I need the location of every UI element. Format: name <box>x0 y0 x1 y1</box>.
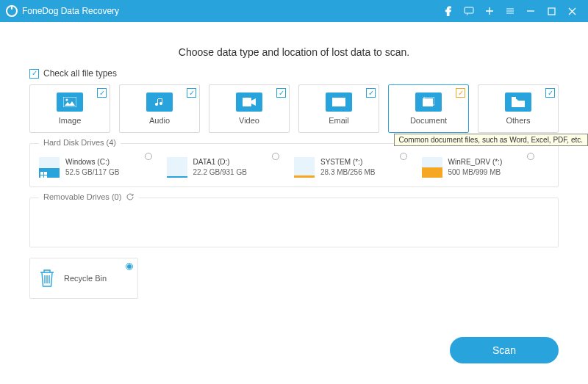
svg-rect-0 <box>465 7 473 13</box>
document-icon <box>415 93 442 112</box>
recycle-bin-icon <box>37 267 57 289</box>
drive-radio[interactable] <box>527 153 534 160</box>
type-card-video[interactable]: Video <box>209 84 290 133</box>
type-label-others: Others <box>506 116 530 125</box>
file-type-row: Image Audio Video Email Document Others <box>29 84 559 133</box>
others-icon <box>505 93 531 112</box>
svg-rect-8 <box>425 101 431 101</box>
drive-name: SYSTEM (*:) <box>320 157 375 167</box>
removable-body <box>39 207 549 238</box>
drive-usage-text: 22.2 GB/931 GB <box>193 167 247 178</box>
type-label-image: Image <box>59 116 82 125</box>
type-check-document[interactable] <box>456 88 465 98</box>
document-tooltip: Common document files, such as Word, Exc… <box>394 134 588 146</box>
type-card-email[interactable]: Email <box>298 84 379 133</box>
share-facebook-button[interactable] <box>438 0 459 22</box>
drive-item[interactable]: Windows (C:)52.5 GB/117 GB <box>39 153 167 178</box>
removable-section: Removable Drives (0) <box>29 198 559 247</box>
type-check-image[interactable] <box>97 88 107 98</box>
drive-usage-icon <box>167 157 187 178</box>
drive-usage-icon <box>294 157 315 178</box>
svg-rect-13 <box>40 175 43 178</box>
svg-rect-4 <box>243 98 251 106</box>
type-label-audio: Audio <box>149 116 170 125</box>
drive-radio[interactable] <box>272 153 279 160</box>
type-label-email: Email <box>329 116 349 125</box>
check-all-checkbox[interactable] <box>29 69 39 79</box>
feedback-button[interactable] <box>459 0 479 22</box>
titlebar: FoneDog Data Recovery <box>0 0 588 22</box>
type-card-audio[interactable]: Audio <box>119 84 200 133</box>
drive-radio[interactable] <box>145 153 152 160</box>
type-card-others[interactable]: Others <box>478 84 559 133</box>
drive-item[interactable]: SYSTEM (*:)28.3 MB/256 MB <box>294 153 422 178</box>
drive-name: WinRE_DRV (*:) <box>448 157 503 167</box>
type-check-audio[interactable] <box>187 88 196 98</box>
drive-name: Windows (C:) <box>65 157 119 167</box>
scan-button[interactable]: Scan <box>450 337 559 363</box>
type-check-email[interactable] <box>366 88 376 98</box>
type-card-document[interactable]: Document <box>388 84 469 133</box>
svg-rect-14 <box>44 175 47 178</box>
video-icon <box>236 93 262 112</box>
recycle-radio[interactable] <box>126 263 133 270</box>
audio-icon <box>146 93 173 112</box>
svg-rect-10 <box>512 97 516 99</box>
check-all-row[interactable]: Check all file types <box>29 68 559 79</box>
maximize-button[interactable] <box>541 0 562 22</box>
drive-usage-text: 28.3 MB/256 MB <box>320 167 375 178</box>
app-title: FoneDog Data Recovery <box>22 6 119 16</box>
drive-usage-text: 52.5 GB/117 GB <box>65 167 119 178</box>
hdd-legend: Hard Disk Drives (4) <box>39 138 121 147</box>
svg-rect-11 <box>40 172 43 175</box>
drive-usage-text: 500 MB/999 MB <box>448 167 503 178</box>
removable-legend: Removable Drives (0) <box>39 192 139 201</box>
svg-rect-9 <box>425 103 431 104</box>
drive-name: DATA1 (D:) <box>193 157 247 167</box>
recycle-label: Recycle Bin <box>64 274 107 283</box>
app-logo-icon <box>6 5 18 17</box>
drive-item[interactable]: WinRE_DRV (*:)500 MB/999 MB <box>422 153 550 178</box>
menu-button[interactable] <box>500 0 520 22</box>
refresh-icon[interactable] <box>126 192 135 201</box>
drive-radio[interactable] <box>400 153 407 160</box>
type-card-image[interactable]: Image <box>29 84 110 133</box>
drive-usage-icon <box>39 157 60 178</box>
check-all-label: Check all file types <box>43 68 117 79</box>
type-check-video[interactable] <box>276 88 286 98</box>
minimize-button[interactable] <box>520 0 541 22</box>
page-headline: Choose data type and location of lost da… <box>29 46 559 58</box>
close-button[interactable] <box>562 0 582 22</box>
drive-item[interactable]: DATA1 (D:)22.2 GB/931 GB <box>167 153 295 178</box>
type-label-video: Video <box>239 116 259 125</box>
type-check-others[interactable] <box>545 88 555 98</box>
hdd-section: Hard Disk Drives (4) Windows (C:)52.5 GB… <box>29 143 559 187</box>
recycle-bin-card[interactable]: Recycle Bin <box>29 258 138 299</box>
image-icon <box>57 93 83 112</box>
drive-usage-icon <box>422 157 442 178</box>
svg-rect-1 <box>548 8 555 15</box>
brand: FoneDog Data Recovery <box>6 5 119 17</box>
svg-point-3 <box>65 98 68 101</box>
add-button[interactable] <box>479 0 500 22</box>
email-icon <box>326 93 352 112</box>
type-label-document: Document <box>410 116 447 125</box>
svg-rect-12 <box>44 172 47 175</box>
